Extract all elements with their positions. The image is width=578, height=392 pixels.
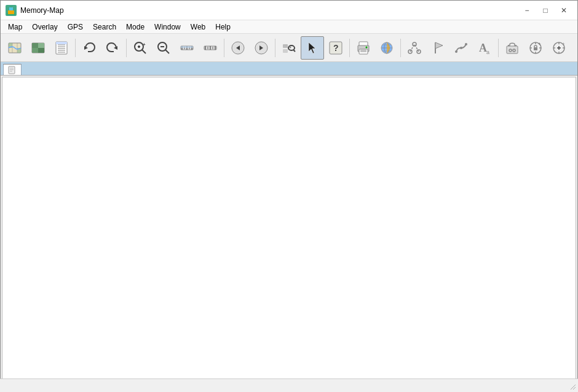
title-bar: Memory-Map − □ ✕ [1,1,577,20]
tab-bar [1,62,577,76]
menu-bar: Map Overlay GPS Search Mode Window Web H… [1,20,577,34]
menu-gps[interactable]: GPS [63,20,88,33]
help-button[interactable]: ? [324,36,347,60]
svg-point-70 [455,50,457,53]
print-button[interactable] [352,36,375,60]
svg-point-57 [366,46,368,48]
svg-rect-3 [9,7,13,10]
resize-grip-icon [568,382,576,390]
svg-point-48 [288,45,295,50]
measure-distance-button[interactable] [175,36,199,60]
menu-overlay[interactable]: Overlay [27,20,62,33]
svg-point-49 [290,46,291,48]
svg-line-24 [142,50,146,53]
svg-line-50 [294,50,296,52]
draw-flag-button[interactable] [426,36,449,60]
sep4 [275,39,275,57]
svg-rect-10 [38,43,44,48]
svg-line-28 [165,50,169,53]
toolbar-group-zoom: + [129,36,222,60]
undo-button[interactable] [77,36,101,60]
zoom-in-button[interactable]: + [129,36,152,60]
app-icon [6,5,17,16]
sep2 [126,39,127,57]
menu-map[interactable]: Map [3,20,27,33]
draw-line-button[interactable] [403,36,426,60]
add-waypoint-button[interactable]: + [547,36,571,60]
svg-marker-69 [435,42,443,49]
satellite-view-button[interactable] [26,36,50,60]
svg-rect-2 [8,10,14,14]
menu-search[interactable]: Search [88,20,121,33]
toolbar-group-history [77,36,124,60]
draw-path-button[interactable] [449,36,473,60]
sep6 [400,39,401,57]
sep7 [498,39,499,57]
svg-point-72 [465,43,467,45]
map-canvas[interactable] [2,77,576,390]
toolbar-group-maps [3,36,73,60]
svg-rect-9 [38,48,44,53]
web-map-button[interactable] [375,36,398,60]
svg-marker-51 [309,42,315,53]
menu-web[interactable]: Web [186,20,210,33]
menu-window[interactable]: Window [149,20,186,33]
forward-button[interactable] [250,36,273,60]
svg-rect-8 [32,43,38,48]
svg-text:?: ? [333,43,339,53]
gps-lock-button[interactable]: + [524,36,547,60]
svg-text:a: a [486,49,489,55]
legend-button[interactable] [50,36,73,60]
svg-rect-18 [56,42,67,44]
window-controls: − □ ✕ [518,4,572,17]
tab-document[interactable] [3,64,22,75]
svg-rect-47 [283,49,288,53]
minimize-button[interactable]: − [518,4,536,17]
svg-rect-46 [283,44,288,48]
toolbar-group-nav [226,36,273,60]
back-button[interactable] [226,36,250,60]
menu-help[interactable]: Help [210,20,236,33]
title-left: Memory-Map [6,5,64,16]
svg-text:+: + [143,42,146,47]
find-button[interactable] [277,36,301,60]
svg-rect-35 [181,46,193,48]
svg-text:+: + [538,41,541,47]
svg-rect-11 [32,48,38,53]
open-map-button[interactable] [3,36,26,60]
shop-button[interactable] [501,36,524,60]
toolbar-group-find: ? [277,36,347,60]
menu-mode[interactable]: Mode [121,20,149,33]
maximize-button[interactable]: □ [537,4,554,17]
redo-button[interactable] [101,36,124,60]
sep5 [349,39,350,57]
toolbar-group-print [352,36,398,60]
svg-line-100 [573,387,576,390]
app-window: Memory-Map − □ ✕ Map Overlay GPS Search … [0,0,578,392]
zoom-out-button[interactable] [152,36,175,60]
svg-rect-95 [9,66,15,74]
svg-rect-75 [507,46,518,53]
toolbar: + [1,34,577,62]
toolbar-group-draw: A a [403,36,496,60]
svg-point-71 [460,47,462,49]
svg-text:+: + [562,41,565,47]
sep1 [75,39,76,57]
close-button[interactable]: ✕ [555,4,572,17]
status-bar [0,378,578,392]
text-tool-button[interactable]: A a [473,36,496,60]
title-text: Memory-Map [20,6,64,15]
select-button[interactable] [301,36,324,60]
toolbar-group-extra: + + [501,36,571,60]
content-area [1,62,577,391]
sep3 [224,39,224,57]
scale-button[interactable] [199,36,222,60]
svg-rect-85 [534,47,537,50]
svg-line-99 [571,385,576,390]
svg-point-66 [413,42,416,46]
